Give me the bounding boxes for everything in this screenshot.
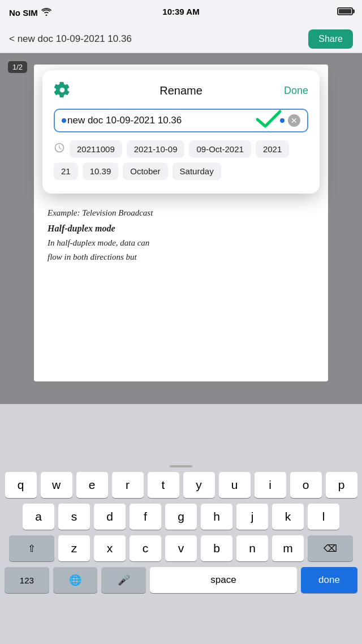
key-row-2: a s d f g h j k l (2, 504, 360, 530)
key-x[interactable]: x (94, 535, 126, 561)
rename-dialog: Rename Done ✕ 20211009 (42, 70, 320, 194)
key-n[interactable]: n (236, 535, 268, 561)
paper-line-3: In half-duplex mode, data can (48, 236, 314, 251)
checkmark-icon (255, 109, 282, 132)
paper-line-1: Example: Television Broadcast (48, 206, 314, 221)
done-key-button[interactable]: done (301, 567, 357, 593)
time-label: 10:39 AM (162, 7, 199, 16)
keyboard-rows: q w e r t y u i o p a s d f g h j k l ⇧ … (0, 469, 362, 593)
status-right (337, 7, 353, 18)
key-i[interactable]: i (255, 472, 286, 498)
suggestion-chip-1[interactable]: 2021-10-09 (127, 140, 185, 158)
key-u[interactable]: u (219, 472, 251, 498)
key-v[interactable]: v (165, 535, 197, 561)
delete-button[interactable]: ⌫ (308, 535, 353, 561)
battery-icon (337, 7, 353, 18)
key-c[interactable]: c (130, 535, 161, 561)
page-badge: 1/2 (8, 61, 27, 73)
gear-icon[interactable] (54, 81, 72, 100)
globe-button[interactable]: 🌐 (53, 567, 98, 593)
clear-button[interactable]: ✕ (288, 114, 300, 127)
key-g[interactable]: g (165, 504, 197, 530)
share-button[interactable]: Share (308, 29, 353, 49)
keyboard-top-bar (0, 464, 362, 469)
key-h[interactable]: h (201, 504, 232, 530)
cursor-start (62, 118, 66, 123)
clock-icon (54, 142, 65, 156)
suggestion-chip-3[interactable]: 2021 (256, 140, 289, 158)
key-q[interactable]: q (5, 472, 37, 498)
suggestions-row: 20211009 2021-10-09 09-Oct-2021 2021 21 … (54, 140, 308, 180)
key-row-3: ⇧ z x c v b n m ⌫ (2, 535, 360, 561)
wifi-icon (41, 8, 51, 18)
mic-button[interactable]: 🎤 (101, 567, 146, 593)
suggestion-chip-5[interactable]: 10.39 (83, 162, 119, 180)
suggestion-chip-0[interactable]: 20211009 (70, 140, 122, 158)
key-f[interactable]: f (130, 504, 161, 530)
key-p[interactable]: p (326, 472, 357, 498)
numbers-button[interactable]: 123 (5, 567, 49, 593)
key-b[interactable]: b (201, 535, 232, 561)
keyboard: q w e r t y u i o p a s d f g h j k l ⇧ … (0, 464, 362, 644)
key-row-1: q w e r t y u i o p (2, 472, 360, 498)
key-k[interactable]: k (272, 504, 304, 530)
rename-input[interactable] (67, 115, 280, 126)
key-s[interactable]: s (58, 504, 90, 530)
dialog-header: Rename Done (54, 81, 308, 100)
back-button[interactable]: < new doc 10-09-2021 10.36 (9, 33, 132, 45)
done-button[interactable]: Done (284, 85, 308, 97)
key-j[interactable]: j (236, 504, 268, 530)
back-label: < new doc 10-09-2021 10.36 (9, 33, 132, 45)
key-r[interactable]: r (112, 472, 144, 498)
key-z[interactable]: z (58, 535, 90, 561)
dialog-title: Rename (160, 84, 202, 97)
key-m[interactable]: m (272, 535, 304, 561)
key-w[interactable]: w (41, 472, 72, 498)
key-a[interactable]: a (23, 504, 54, 530)
space-button[interactable]: space (150, 567, 297, 593)
key-e[interactable]: e (76, 472, 108, 498)
paper-line-2: Half-duplex mode (48, 221, 314, 236)
suggestion-chip-7[interactable]: Saturday (173, 162, 221, 180)
key-y[interactable]: y (183, 472, 215, 498)
paper-line-4: flow in both directions but (48, 250, 314, 265)
suggestion-chip-4[interactable]: 21 (54, 162, 78, 180)
suggestion-chip-2[interactable]: 09-Oct-2021 (189, 140, 251, 158)
key-row-bottom: 123 🌐 🎤 space done (2, 567, 360, 593)
key-d[interactable]: d (94, 504, 126, 530)
key-t[interactable]: t (148, 472, 179, 498)
nav-bar: < new doc 10-09-2021 10.36 Share (0, 25, 362, 53)
carrier-label: No SIM (9, 8, 38, 18)
status-bar: No SIM 10:39 AM (0, 0, 362, 25)
document-area: 1/2 Example: Television Broadcast Half-d… (0, 53, 362, 404)
input-row: ✕ (54, 109, 308, 132)
suggestion-chip-6[interactable]: October (123, 162, 167, 180)
shift-button[interactable]: ⇧ (9, 535, 54, 561)
status-left: No SIM (9, 8, 51, 18)
key-l[interactable]: l (308, 504, 339, 530)
svg-point-0 (62, 118, 66, 123)
key-o[interactable]: o (290, 472, 322, 498)
